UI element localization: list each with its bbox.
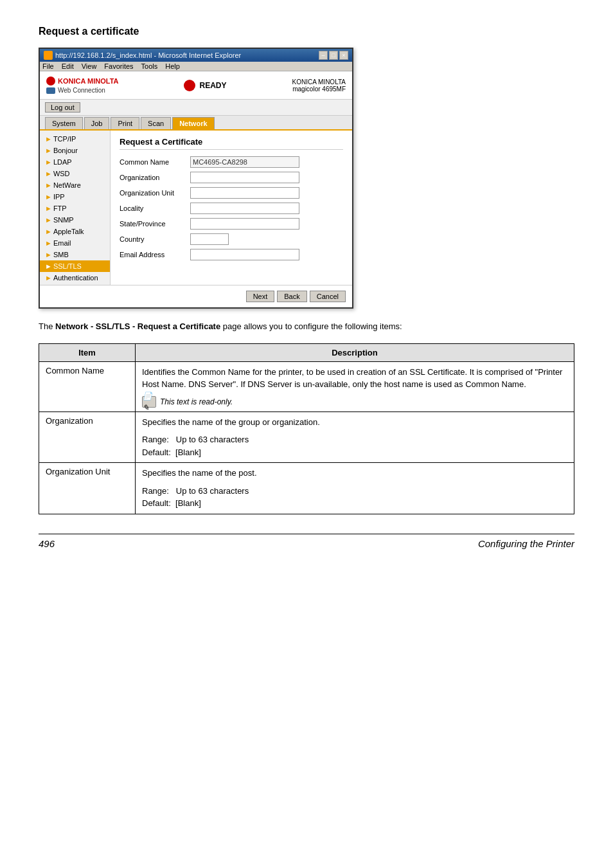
browser-window: http://192.168.1.2/s_index.html - Micros…	[39, 48, 353, 309]
table-header-item: Item	[39, 343, 136, 361]
input-locality[interactable]	[190, 203, 299, 214]
sidebar-item-bonjour[interactable]: ►Bonjour	[40, 145, 110, 156]
cancel-button[interactable]: Cancel	[310, 291, 346, 302]
menu-help[interactable]: Help	[165, 62, 180, 70]
arrow-icon-active: ►	[45, 262, 52, 270]
next-button[interactable]: Next	[246, 291, 275, 302]
form-area: Request a Certificate Common Name Organi…	[111, 131, 352, 285]
table-cell-desc-organization: Specifies the name of the group or organ…	[136, 411, 574, 463]
table-row-common-name: Common Name Identifies the Common Name f…	[39, 361, 574, 411]
menu-view[interactable]: View	[82, 62, 97, 70]
sidebar-item-email[interactable]: ►Email	[40, 237, 110, 249]
button-row: Next Back Cancel	[40, 285, 352, 307]
label-locality: Locality	[120, 204, 190, 212]
input-org-unit[interactable]	[190, 187, 299, 199]
info-table: Item Description Common Name Identifies …	[39, 343, 574, 514]
ready-area: READY	[184, 80, 226, 91]
description-text: The Network - SSL/TLS - Request a Certif…	[39, 320, 574, 333]
table-cell-desc-common-name: Identifies the Common Name for the print…	[136, 361, 574, 411]
browser-menubar: File Edit View Favorites Tools Help	[40, 62, 352, 71]
label-organization: Organization	[120, 174, 190, 181]
ready-icon	[184, 80, 195, 91]
sidebar-item-ftp[interactable]: ►FTP	[40, 203, 110, 214]
menu-tools[interactable]: Tools	[141, 62, 158, 70]
field-row-common-name: Common Name	[120, 156, 343, 168]
field-row-country: Country	[120, 233, 343, 245]
browser-icon	[44, 51, 53, 60]
read-only-note: 📄✎ This text is read-only.	[142, 396, 567, 408]
sidebar-item-appletalk[interactable]: ►AppleTalk	[40, 226, 110, 237]
main-content: ►TCP/IP ►Bonjour ►LDAP ►WSD ►NetWare ►IP…	[40, 131, 352, 285]
label-state: State/Province	[120, 220, 190, 228]
sidebar-item-smb[interactable]: ►SMB	[40, 249, 110, 260]
maximize-button[interactable]: □	[329, 51, 338, 60]
input-state[interactable]	[190, 218, 299, 230]
arrow-icon: ►	[45, 170, 52, 177]
table-cell-item-common-name: Common Name	[39, 361, 136, 411]
sidebar-item-ssltls[interactable]: ►SSL/TLS	[40, 260, 110, 272]
desc-org-range: Range: Up to 63 characters Default: [Bla…	[142, 433, 567, 458]
tab-scan[interactable]: Scan	[141, 117, 171, 129]
table-cell-item-organization: Organization	[39, 411, 136, 463]
label-org-unit: Organization Unit	[120, 189, 190, 197]
sidebar-item-snmp[interactable]: ►SNMP	[40, 214, 110, 226]
arrow-icon: ►	[45, 204, 52, 212]
tab-system[interactable]: System	[45, 117, 83, 129]
browser-title-text: http://192.168.1.2/s_index.html - Micros…	[55, 51, 241, 59]
table-cell-item-org-unit: Organization Unit	[39, 463, 136, 514]
desc-org-line1: Specifies the name of the group or organ…	[142, 416, 567, 429]
table-row-org-unit: Organization Unit Specifies the name of …	[39, 463, 574, 514]
printer-model: KONICA MINOLTA magicolor 4695MF	[292, 78, 346, 93]
tab-print[interactable]: Print	[111, 117, 139, 129]
arrow-icon: ►	[45, 239, 52, 247]
note-icon: 📄✎	[142, 396, 156, 408]
input-common-name	[190, 156, 299, 168]
arrow-icon: ►	[45, 181, 52, 189]
sidebar-item-netware[interactable]: ►NetWare	[40, 179, 110, 191]
arrow-icon: ►	[45, 135, 52, 143]
browser-titlebar: http://192.168.1.2/s_index.html - Micros…	[40, 49, 352, 62]
tab-network[interactable]: Network	[172, 117, 214, 129]
menu-favorites[interactable]: Favorites	[104, 62, 133, 70]
printer-logo: KONICA MINOLTA	[46, 77, 119, 86]
desc-org-unit-line1: Specifies the name of the post.	[142, 467, 567, 480]
menu-file[interactable]: File	[42, 62, 54, 70]
logout-button[interactable]: Log out	[45, 102, 80, 113]
form-title: Request a Certificate	[120, 137, 343, 150]
desc-common-name-text: Identifies the Common Name for the print…	[142, 367, 562, 390]
sidebar: ►TCP/IP ►Bonjour ►LDAP ►WSD ►NetWare ►IP…	[40, 131, 111, 285]
close-button[interactable]: ×	[339, 51, 348, 60]
sidebar-item-wsd[interactable]: ►WSD	[40, 168, 110, 179]
field-row-state: State/Province	[120, 218, 343, 230]
input-email[interactable]	[190, 249, 299, 260]
printer-header: KONICA MINOLTA Web Connection READY KONI…	[40, 71, 352, 100]
footer: 496 Configuring the Printer	[39, 534, 574, 549]
table-header-description: Description	[136, 343, 574, 361]
note-pencil-icon: 📄✎	[143, 390, 155, 413]
field-row-organization: Organization	[120, 172, 343, 183]
sidebar-item-tcpip[interactable]: ►TCP/IP	[40, 133, 110, 145]
sidebar-item-ipp[interactable]: ►IPP	[40, 191, 110, 203]
sidebar-item-authentication[interactable]: ►Authentication	[40, 272, 110, 284]
sidebar-item-ldap[interactable]: ►LDAP	[40, 156, 110, 168]
menu-edit[interactable]: Edit	[62, 62, 74, 70]
logout-bar: Log out	[40, 100, 352, 116]
arrow-icon: ►	[45, 251, 52, 258]
browser-controls[interactable]: – □ ×	[319, 51, 348, 60]
minimize-button[interactable]: –	[319, 51, 328, 60]
label-email: Email Address	[120, 251, 190, 258]
web-connection: Web Connection	[46, 87, 119, 94]
tab-job[interactable]: Job	[84, 117, 110, 129]
arrow-icon: ►	[45, 216, 52, 224]
input-country[interactable]	[190, 233, 229, 245]
arrow-icon: ►	[45, 193, 52, 201]
label-common-name: Common Name	[120, 158, 190, 166]
web-connection-icon	[46, 87, 55, 94]
web-connection-text: Web Connection	[58, 87, 105, 94]
arrow-icon: ►	[45, 158, 52, 166]
printer-model-name: KONICA MINOLTA	[292, 78, 346, 86]
input-organization[interactable]	[190, 172, 299, 183]
back-button[interactable]: Back	[277, 291, 306, 302]
desc-org-unit-range: Range: Up to 63 characters Default: [Bla…	[142, 485, 567, 510]
tab-bar: System Job Print Scan Network	[40, 116, 352, 131]
